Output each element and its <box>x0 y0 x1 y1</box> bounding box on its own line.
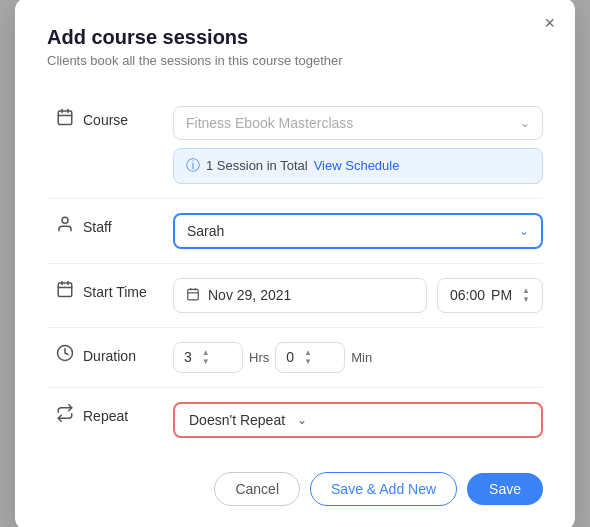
minutes-value: 0 <box>286 349 294 365</box>
minutes-down-icon[interactable]: ▼ <box>304 358 312 366</box>
minutes-label: Min <box>351 350 372 365</box>
hours-label: Hrs <box>249 350 269 365</box>
modal-subtitle: Clients book all the sessions in this co… <box>47 53 543 68</box>
staff-value: Sarah <box>187 223 224 239</box>
start-time-content: Nov 29, 2021 06:00 PM ▲ ▼ <box>173 278 543 313</box>
repeat-value: Doesn't Repeat <box>189 412 285 428</box>
svg-rect-9 <box>188 289 199 300</box>
staff-select[interactable]: Sarah ⌄ <box>173 213 543 249</box>
course-label: Course <box>83 112 173 128</box>
period-value: PM <box>491 287 512 303</box>
start-time-icon <box>47 280 83 298</box>
save-add-new-button[interactable]: Save & Add New <box>310 472 457 506</box>
repeat-label: Repeat <box>83 408 173 424</box>
start-time-label: Start Time <box>83 284 173 300</box>
staff-content: Sarah ⌄ <box>173 213 543 249</box>
close-button[interactable]: × <box>544 14 555 32</box>
modal-dialog: × Add course sessions Clients book all t… <box>15 0 575 527</box>
time-picker[interactable]: 06:00 PM ▲ ▼ <box>437 278 543 313</box>
repeat-content: Doesn't Repeat ⌄ <box>173 402 543 438</box>
time-spinner[interactable]: ▲ ▼ <box>522 287 530 304</box>
info-banner: ⓘ 1 Session in Total View Schedule <box>173 148 543 184</box>
duration-label: Duration <box>83 348 173 364</box>
time-value: 06:00 <box>450 287 485 303</box>
course-content: Fitness Ebook Masterclass ⌄ ⓘ 1 Session … <box>173 106 543 184</box>
chevron-down-icon: ⌄ <box>519 224 529 238</box>
footer-actions: Cancel Save & Add New Save <box>47 472 543 506</box>
chevron-down-icon: ⌄ <box>297 413 307 427</box>
modal-overlay: × Add course sessions Clients book all t… <box>0 0 590 527</box>
save-button[interactable]: Save <box>467 473 543 505</box>
staff-row: Staff Sarah ⌄ <box>47 199 543 264</box>
hours-down-icon[interactable]: ▼ <box>202 358 210 366</box>
staff-label: Staff <box>83 219 173 235</box>
modal-title: Add course sessions <box>47 26 543 49</box>
spinner-down-icon[interactable]: ▼ <box>522 296 530 304</box>
hours-value: 3 <box>184 349 192 365</box>
date-value: Nov 29, 2021 <box>208 287 291 303</box>
date-time-row: Nov 29, 2021 06:00 PM ▲ ▼ <box>173 278 543 313</box>
repeat-select[interactable]: Doesn't Repeat ⌄ <box>173 402 543 438</box>
course-icon <box>47 108 83 126</box>
hours-input[interactable]: 3 ▲ ▼ <box>173 342 243 373</box>
duration-inputs: 3 ▲ ▼ Hrs 0 ▲ ▼ Min <box>173 342 543 373</box>
duration-content: 3 ▲ ▼ Hrs 0 ▲ ▼ Min <box>173 342 543 373</box>
cancel-button[interactable]: Cancel <box>214 472 300 506</box>
svg-rect-0 <box>58 111 72 125</box>
hours-up-icon[interactable]: ▲ <box>202 349 210 357</box>
spinner-up-icon[interactable]: ▲ <box>522 287 530 295</box>
view-schedule-link[interactable]: View Schedule <box>314 158 400 173</box>
svg-point-4 <box>62 217 68 223</box>
minutes-up-icon[interactable]: ▲ <box>304 349 312 357</box>
repeat-row: Repeat Doesn't Repeat ⌄ <box>47 388 543 452</box>
calendar-icon <box>186 287 200 304</box>
minutes-input[interactable]: 0 ▲ ▼ <box>275 342 345 373</box>
repeat-icon <box>47 404 83 422</box>
staff-icon <box>47 215 83 233</box>
chevron-down-icon: ⌄ <box>520 116 530 130</box>
start-time-row: Start Time Nov 29, 2021 <box>47 264 543 328</box>
course-placeholder: Fitness Ebook Masterclass <box>186 115 353 131</box>
session-count: 1 Session in Total <box>206 158 308 173</box>
hours-spinner[interactable]: ▲ ▼ <box>202 349 210 366</box>
info-icon: ⓘ <box>186 157 200 175</box>
duration-row: Duration 3 ▲ ▼ Hrs 0 ▲ <box>47 328 543 388</box>
duration-icon <box>47 344 83 362</box>
svg-rect-5 <box>58 283 72 297</box>
course-row: Course Fitness Ebook Masterclass ⌄ ⓘ 1 S… <box>47 92 543 199</box>
course-select[interactable]: Fitness Ebook Masterclass ⌄ <box>173 106 543 140</box>
date-picker[interactable]: Nov 29, 2021 <box>173 278 427 313</box>
minutes-spinner[interactable]: ▲ ▼ <box>304 349 312 366</box>
